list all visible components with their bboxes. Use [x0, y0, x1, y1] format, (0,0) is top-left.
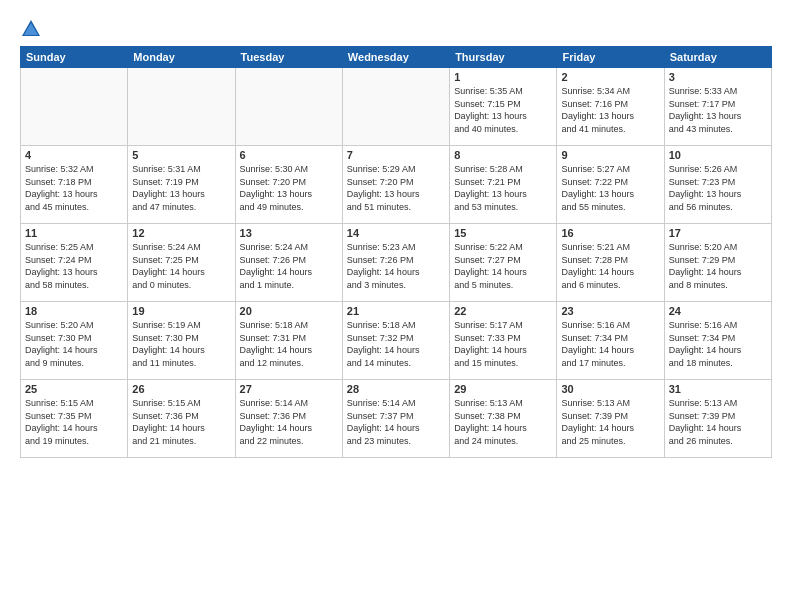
cell-details: Sunrise: 5:22 AM Sunset: 7:27 PM Dayligh… [454, 241, 552, 291]
calendar-header-friday: Friday [557, 47, 664, 68]
calendar-cell-4-1: 18Sunrise: 5:20 AM Sunset: 7:30 PM Dayli… [21, 302, 128, 380]
day-number: 12 [132, 227, 230, 239]
calendar-cell-2-6: 9Sunrise: 5:27 AM Sunset: 7:22 PM Daylig… [557, 146, 664, 224]
calendar-cell-2-4: 7Sunrise: 5:29 AM Sunset: 7:20 PM Daylig… [342, 146, 449, 224]
day-number: 10 [669, 149, 767, 161]
calendar-cell-4-6: 23Sunrise: 5:16 AM Sunset: 7:34 PM Dayli… [557, 302, 664, 380]
day-number: 6 [240, 149, 338, 161]
cell-details: Sunrise: 5:15 AM Sunset: 7:36 PM Dayligh… [132, 397, 230, 447]
calendar-cell-1-7: 3Sunrise: 5:33 AM Sunset: 7:17 PM Daylig… [664, 68, 771, 146]
day-number: 18 [25, 305, 123, 317]
calendar-header-wednesday: Wednesday [342, 47, 449, 68]
calendar-header-row: SundayMondayTuesdayWednesdayThursdayFrid… [21, 47, 772, 68]
calendar-header-tuesday: Tuesday [235, 47, 342, 68]
calendar-cell-4-4: 21Sunrise: 5:18 AM Sunset: 7:32 PM Dayli… [342, 302, 449, 380]
cell-details: Sunrise: 5:21 AM Sunset: 7:28 PM Dayligh… [561, 241, 659, 291]
calendar-week-2: 4Sunrise: 5:32 AM Sunset: 7:18 PM Daylig… [21, 146, 772, 224]
calendar-cell-2-7: 10Sunrise: 5:26 AM Sunset: 7:23 PM Dayli… [664, 146, 771, 224]
calendar-cell-5-1: 25Sunrise: 5:15 AM Sunset: 7:35 PM Dayli… [21, 380, 128, 458]
calendar-table: SundayMondayTuesdayWednesdayThursdayFrid… [20, 46, 772, 458]
calendar-cell-3-6: 16Sunrise: 5:21 AM Sunset: 7:28 PM Dayli… [557, 224, 664, 302]
calendar-cell-2-5: 8Sunrise: 5:28 AM Sunset: 7:21 PM Daylig… [450, 146, 557, 224]
calendar-cell-4-5: 22Sunrise: 5:17 AM Sunset: 7:33 PM Dayli… [450, 302, 557, 380]
calendar-cell-3-2: 12Sunrise: 5:24 AM Sunset: 7:25 PM Dayli… [128, 224, 235, 302]
cell-details: Sunrise: 5:30 AM Sunset: 7:20 PM Dayligh… [240, 163, 338, 213]
cell-details: Sunrise: 5:23 AM Sunset: 7:26 PM Dayligh… [347, 241, 445, 291]
calendar-cell-5-2: 26Sunrise: 5:15 AM Sunset: 7:36 PM Dayli… [128, 380, 235, 458]
day-number: 7 [347, 149, 445, 161]
cell-details: Sunrise: 5:18 AM Sunset: 7:32 PM Dayligh… [347, 319, 445, 369]
calendar-cell-2-3: 6Sunrise: 5:30 AM Sunset: 7:20 PM Daylig… [235, 146, 342, 224]
cell-details: Sunrise: 5:33 AM Sunset: 7:17 PM Dayligh… [669, 85, 767, 135]
cell-details: Sunrise: 5:16 AM Sunset: 7:34 PM Dayligh… [669, 319, 767, 369]
calendar-cell-4-2: 19Sunrise: 5:19 AM Sunset: 7:30 PM Dayli… [128, 302, 235, 380]
calendar-cell-3-7: 17Sunrise: 5:20 AM Sunset: 7:29 PM Dayli… [664, 224, 771, 302]
calendar-cell-1-4 [342, 68, 449, 146]
page: SundayMondayTuesdayWednesdayThursdayFrid… [0, 0, 792, 612]
calendar-header-sunday: Sunday [21, 47, 128, 68]
calendar-cell-1-5: 1Sunrise: 5:35 AM Sunset: 7:15 PM Daylig… [450, 68, 557, 146]
calendar-cell-5-5: 29Sunrise: 5:13 AM Sunset: 7:38 PM Dayli… [450, 380, 557, 458]
day-number: 15 [454, 227, 552, 239]
cell-details: Sunrise: 5:20 AM Sunset: 7:29 PM Dayligh… [669, 241, 767, 291]
day-number: 11 [25, 227, 123, 239]
cell-details: Sunrise: 5:35 AM Sunset: 7:15 PM Dayligh… [454, 85, 552, 135]
day-number: 1 [454, 71, 552, 83]
cell-details: Sunrise: 5:27 AM Sunset: 7:22 PM Dayligh… [561, 163, 659, 213]
cell-details: Sunrise: 5:24 AM Sunset: 7:26 PM Dayligh… [240, 241, 338, 291]
calendar-header-thursday: Thursday [450, 47, 557, 68]
cell-details: Sunrise: 5:19 AM Sunset: 7:30 PM Dayligh… [132, 319, 230, 369]
day-number: 28 [347, 383, 445, 395]
day-number: 24 [669, 305, 767, 317]
cell-details: Sunrise: 5:13 AM Sunset: 7:38 PM Dayligh… [454, 397, 552, 447]
logo-icon [20, 18, 42, 40]
day-number: 17 [669, 227, 767, 239]
day-number: 2 [561, 71, 659, 83]
calendar-cell-1-3 [235, 68, 342, 146]
day-number: 22 [454, 305, 552, 317]
day-number: 29 [454, 383, 552, 395]
calendar-week-3: 11Sunrise: 5:25 AM Sunset: 7:24 PM Dayli… [21, 224, 772, 302]
cell-details: Sunrise: 5:28 AM Sunset: 7:21 PM Dayligh… [454, 163, 552, 213]
day-number: 26 [132, 383, 230, 395]
cell-details: Sunrise: 5:14 AM Sunset: 7:36 PM Dayligh… [240, 397, 338, 447]
cell-details: Sunrise: 5:31 AM Sunset: 7:19 PM Dayligh… [132, 163, 230, 213]
day-number: 5 [132, 149, 230, 161]
calendar-cell-5-4: 28Sunrise: 5:14 AM Sunset: 7:37 PM Dayli… [342, 380, 449, 458]
cell-details: Sunrise: 5:13 AM Sunset: 7:39 PM Dayligh… [561, 397, 659, 447]
cell-details: Sunrise: 5:25 AM Sunset: 7:24 PM Dayligh… [25, 241, 123, 291]
calendar-header-monday: Monday [128, 47, 235, 68]
day-number: 13 [240, 227, 338, 239]
calendar-cell-1-2 [128, 68, 235, 146]
calendar-header-saturday: Saturday [664, 47, 771, 68]
calendar-cell-4-3: 20Sunrise: 5:18 AM Sunset: 7:31 PM Dayli… [235, 302, 342, 380]
cell-details: Sunrise: 5:15 AM Sunset: 7:35 PM Dayligh… [25, 397, 123, 447]
cell-details: Sunrise: 5:29 AM Sunset: 7:20 PM Dayligh… [347, 163, 445, 213]
day-number: 25 [25, 383, 123, 395]
calendar-cell-3-1: 11Sunrise: 5:25 AM Sunset: 7:24 PM Dayli… [21, 224, 128, 302]
calendar-cell-3-3: 13Sunrise: 5:24 AM Sunset: 7:26 PM Dayli… [235, 224, 342, 302]
day-number: 27 [240, 383, 338, 395]
calendar-week-4: 18Sunrise: 5:20 AM Sunset: 7:30 PM Dayli… [21, 302, 772, 380]
cell-details: Sunrise: 5:16 AM Sunset: 7:34 PM Dayligh… [561, 319, 659, 369]
day-number: 30 [561, 383, 659, 395]
cell-details: Sunrise: 5:17 AM Sunset: 7:33 PM Dayligh… [454, 319, 552, 369]
day-number: 19 [132, 305, 230, 317]
logo [20, 18, 46, 40]
day-number: 20 [240, 305, 338, 317]
day-number: 8 [454, 149, 552, 161]
day-number: 9 [561, 149, 659, 161]
day-number: 31 [669, 383, 767, 395]
calendar-cell-5-7: 31Sunrise: 5:13 AM Sunset: 7:39 PM Dayli… [664, 380, 771, 458]
calendar-cell-4-7: 24Sunrise: 5:16 AM Sunset: 7:34 PM Dayli… [664, 302, 771, 380]
calendar-cell-1-1 [21, 68, 128, 146]
cell-details: Sunrise: 5:24 AM Sunset: 7:25 PM Dayligh… [132, 241, 230, 291]
calendar-cell-1-6: 2Sunrise: 5:34 AM Sunset: 7:16 PM Daylig… [557, 68, 664, 146]
cell-details: Sunrise: 5:14 AM Sunset: 7:37 PM Dayligh… [347, 397, 445, 447]
calendar-cell-2-2: 5Sunrise: 5:31 AM Sunset: 7:19 PM Daylig… [128, 146, 235, 224]
cell-details: Sunrise: 5:26 AM Sunset: 7:23 PM Dayligh… [669, 163, 767, 213]
day-number: 16 [561, 227, 659, 239]
calendar-cell-5-3: 27Sunrise: 5:14 AM Sunset: 7:36 PM Dayli… [235, 380, 342, 458]
calendar-week-5: 25Sunrise: 5:15 AM Sunset: 7:35 PM Dayli… [21, 380, 772, 458]
day-number: 21 [347, 305, 445, 317]
